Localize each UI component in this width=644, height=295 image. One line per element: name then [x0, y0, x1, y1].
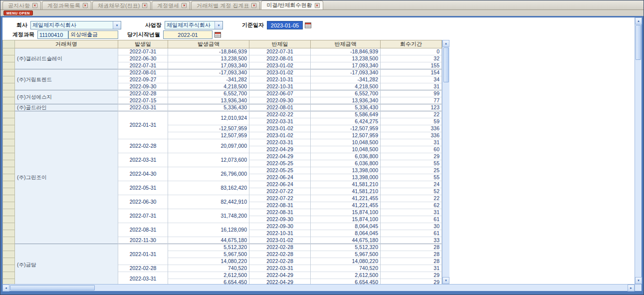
- column-header[interactable]: 발생금액: [168, 40, 249, 48]
- chevron-down-icon[interactable]: ▼: [215, 21, 222, 29]
- table-row[interactable]: (주)갤러리드슬레이2022-07-31-18,846,9392022-07-3…: [3, 48, 442, 55]
- row-indicator[interactable]: [3, 69, 15, 76]
- scroll-up-icon[interactable]: ▲: [635, 17, 642, 24]
- app-window: 공지사항×계정과목등록×채권채무장(전표)×계정명세×거래처별 계정 집계표×미…: [0, 0, 644, 295]
- tab-account-detail[interactable]: 계정명세×: [152, 1, 190, 9]
- tab-close-icon[interactable]: ×: [142, 3, 147, 8]
- table-row[interactable]: (주)거성에스지2022-02-286,552,7002022-06-076,5…: [3, 90, 442, 97]
- row-indicator[interactable]: [3, 202, 15, 209]
- row-indicator[interactable]: [3, 209, 15, 216]
- row-indicator[interactable]: [3, 132, 15, 139]
- site-select[interactable]: 제일제지주식회사 ▼: [165, 21, 223, 29]
- collection-days-cell: 62: [381, 202, 442, 209]
- row-indicator[interactable]: [3, 111, 15, 118]
- data-table: 거래처명발생일발생금액반제일반제금액회수기간 (주)갤러리드슬레이2022-07…: [2, 40, 442, 284]
- settle-amount-cell: 41,221,455: [311, 202, 381, 209]
- row-indicator[interactable]: [3, 125, 15, 132]
- column-header[interactable]: 발생일: [118, 40, 168, 48]
- row-indicator[interactable]: [3, 76, 15, 83]
- tab-receivable-ledger[interactable]: 채권채무장(전표)×: [92, 1, 151, 9]
- base-date-value: 2023-01-05: [271, 22, 299, 28]
- main-panel: 회사 제일제지주식회사 ▼ 사업장 제일제지주식회사 ▼ 기준일자 2023-0…: [2, 17, 635, 284]
- row-indicator[interactable]: [3, 272, 15, 279]
- tab-label: 계정명세: [157, 2, 179, 9]
- scroll-thumb[interactable]: [10, 285, 95, 291]
- menu-open-button[interactable]: MENU OPEN: [3, 10, 33, 15]
- row-indicator[interactable]: [3, 216, 15, 223]
- occur-amount-cell: 20,097,000: [168, 139, 249, 153]
- table-row[interactable]: (주)골드라인2022-03-315,336,4302022-08-015,33…: [3, 104, 442, 111]
- occur-date-cell: 2022-08-01: [118, 69, 168, 76]
- table-row[interactable]: (주)그린조이2022-01-3112,010,9242022-02-225,5…: [3, 111, 442, 118]
- company-select[interactable]: 제일제지주식회사 ▼: [30, 21, 121, 29]
- tab-close-icon[interactable]: ×: [182, 3, 187, 8]
- period-start-input[interactable]: 2022-01: [163, 30, 213, 39]
- tab-customer-summary[interactable]: 거래처별 계정 집계표×: [191, 1, 260, 9]
- row-indicator[interactable]: [3, 55, 15, 62]
- row-indicator[interactable]: [3, 97, 15, 104]
- row-indicator[interactable]: [3, 62, 15, 69]
- table-row[interactable]: (주)금담2022-01-315,512,3202022-02-285,512,…: [3, 244, 442, 251]
- row-indicator[interactable]: [3, 223, 15, 230]
- settle-amount-cell: 15,874,100: [311, 216, 381, 223]
- row-indicator[interactable]: [3, 244, 15, 251]
- row-indicator[interactable]: [3, 188, 15, 195]
- base-date-input[interactable]: 2023-01-05: [267, 21, 303, 29]
- main-horizontal-scrollbar[interactable]: ◄ ►: [2, 284, 635, 291]
- chevron-down-icon[interactable]: ▼: [113, 21, 121, 29]
- tab-close-icon[interactable]: ×: [315, 3, 320, 8]
- scroll-up-icon[interactable]: ▲: [442, 40, 449, 47]
- scroll-down-icon[interactable]: ▼: [635, 277, 642, 284]
- tab-settlement-status[interactable]: 미결/반제회수현황×: [261, 0, 323, 9]
- row-indicator[interactable]: [3, 83, 15, 90]
- tab-close-icon[interactable]: ×: [83, 3, 88, 8]
- scroll-thumb[interactable]: [443, 47, 449, 82]
- scroll-right-icon[interactable]: ►: [628, 285, 635, 292]
- column-header[interactable]: 회수기간: [381, 40, 442, 48]
- row-indicator[interactable]: [3, 251, 15, 258]
- calendar-icon[interactable]: [305, 22, 311, 28]
- row-indicator[interactable]: [3, 118, 15, 125]
- scroll-thumb[interactable]: [636, 25, 641, 60]
- row-indicator[interactable]: [3, 90, 15, 97]
- tab-notice[interactable]: 공지사항×: [2, 1, 41, 9]
- main-vertical-scrollbar[interactable]: ▲ ▼: [635, 17, 642, 284]
- collection-days-cell: 55: [381, 160, 442, 167]
- collection-days-cell: 29: [381, 272, 442, 279]
- row-indicator[interactable]: [3, 230, 15, 237]
- settle-amount-cell: 6,654,450: [311, 279, 381, 285]
- tab-close-icon[interactable]: ×: [251, 3, 256, 8]
- row-indicator[interactable]: [3, 153, 15, 160]
- tab-close-icon[interactable]: ×: [32, 3, 37, 8]
- period-start-value: 2022-01: [178, 32, 198, 38]
- row-indicator[interactable]: [3, 139, 15, 146]
- calendar-icon[interactable]: [215, 31, 221, 38]
- tab-account-register[interactable]: 계정과목등록×: [42, 1, 91, 9]
- scroll-down-icon[interactable]: ▼: [442, 277, 449, 284]
- row-indicator[interactable]: [3, 279, 15, 285]
- row-indicator[interactable]: [3, 265, 15, 272]
- column-header[interactable]: 거래처명: [15, 40, 118, 48]
- account-name-input[interactable]: 외상매출금: [68, 30, 118, 39]
- row-indicator[interactable]: [3, 160, 15, 167]
- table-row[interactable]: (주)거림트렌드2022-08-01-17,093,3402023-01-02-…: [3, 69, 442, 76]
- row-indicator[interactable]: [3, 174, 15, 181]
- account-code-input[interactable]: 11100410: [37, 30, 68, 39]
- scroll-left-icon[interactable]: ◄: [2, 285, 9, 292]
- column-header[interactable]: 반제일: [249, 40, 311, 48]
- row-indicator[interactable]: [3, 258, 15, 265]
- row-indicator[interactable]: [3, 195, 15, 202]
- row-indicator[interactable]: [3, 48, 15, 55]
- settle-date-cell: 2023-01-02: [249, 132, 311, 139]
- settle-amount-cell: -12,507,959: [311, 125, 381, 132]
- row-indicator[interactable]: [3, 104, 15, 111]
- row-indicator[interactable]: [3, 181, 15, 188]
- row-indicator[interactable]: [3, 167, 15, 174]
- collection-days-cell: 155: [381, 62, 442, 69]
- row-indicator[interactable]: [3, 237, 15, 244]
- account-label: 계정과목: [12, 31, 34, 38]
- grid-vertical-scrollbar[interactable]: ▲ ▼: [442, 40, 449, 284]
- column-header[interactable]: 반제금액: [311, 40, 381, 48]
- row-indicator[interactable]: [3, 146, 15, 153]
- settle-amount-cell: 10,048,500: [311, 146, 381, 153]
